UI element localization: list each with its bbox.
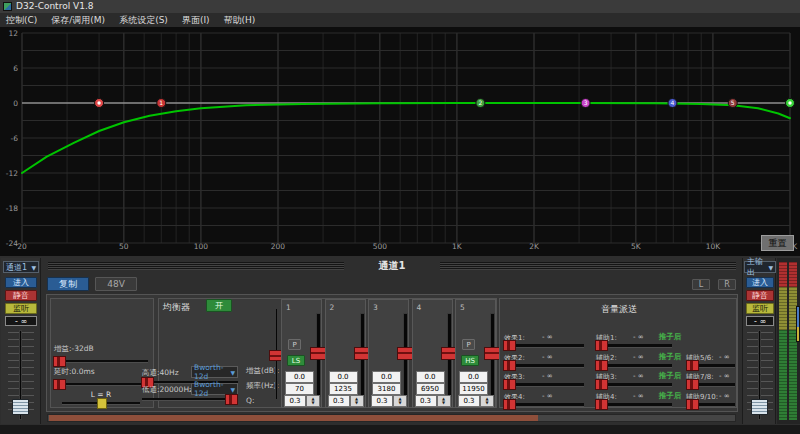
slider-handle[interactable]: [595, 399, 608, 410]
slider-handle[interactable]: [686, 360, 699, 371]
band-freq-field[interactable]: 6950: [416, 383, 445, 395]
band-q-spinner[interactable]: ▲ ▼: [393, 395, 407, 407]
main-enter-button[interactable]: 进入: [746, 277, 774, 288]
band-q-spinner[interactable]: ▲ ▼: [350, 395, 364, 407]
band-q-field[interactable]: 0.3: [415, 395, 437, 407]
aux-send-value: - ∞: [633, 333, 644, 341]
eq-point[interactable]: 1: [157, 99, 166, 108]
spinner-down-icon[interactable]: ▼: [355, 401, 358, 405]
slider-handle[interactable]: [595, 379, 608, 390]
eq-point[interactable]: 2: [476, 99, 485, 108]
monitor-button[interactable]: 监听: [5, 303, 37, 314]
eq-point[interactable]: 3: [581, 99, 590, 108]
spinner-down-icon[interactable]: ▼: [398, 401, 401, 405]
menu-interface[interactable]: 界面(I): [182, 14, 210, 27]
main-out-selector[interactable]: 主输出 ▼: [744, 261, 776, 273]
menu-help[interactable]: 帮助(H): [224, 14, 256, 27]
left-button[interactable]: L: [692, 279, 710, 290]
eq-point[interactable]: 5: [728, 99, 737, 108]
copy-button[interactable]: 复制: [47, 277, 89, 291]
band-peak-button[interactable]: P: [288, 339, 301, 350]
horizontal-scrollbar[interactable]: [47, 414, 736, 422]
menu-save-recall[interactable]: 保存/调用(M): [51, 14, 105, 27]
reset-button[interactable]: 重置: [761, 235, 794, 251]
mute-button[interactable]: 静音: [5, 290, 37, 301]
pan-slider-handle[interactable]: [97, 398, 107, 409]
aux2-send-slider[interactable]: [687, 364, 735, 368]
main-mute-button[interactable]: 静音: [746, 290, 774, 301]
band-q-spinner[interactable]: ▲ ▼: [306, 395, 320, 407]
slider-handle[interactable]: [503, 379, 516, 390]
main-fader-handle[interactable]: [751, 399, 768, 415]
aux-send-slider[interactable]: [596, 344, 672, 348]
slider-handle[interactable]: [595, 360, 608, 371]
band-gain-field[interactable]: 0.0: [459, 371, 488, 383]
gain-slider[interactable]: [54, 360, 148, 363]
aux2-send-slider[interactable]: [687, 383, 735, 387]
band-gain-field[interactable]: 0.0: [416, 371, 445, 383]
band-peak-button[interactable]: P: [462, 339, 475, 350]
enter-button[interactable]: 进入: [5, 277, 37, 288]
spinner-down-icon[interactable]: ▼: [485, 401, 488, 405]
slider-handle[interactable]: [686, 379, 699, 390]
pan-slider[interactable]: [62, 402, 140, 405]
band-gain-field[interactable]: 0.0: [372, 371, 401, 383]
delay-slider-handle[interactable]: [53, 379, 66, 390]
title-bar: D32-Control V1.8: [0, 0, 800, 13]
highpass-type-dropdown[interactable]: Bworth-12d ▼: [191, 366, 238, 378]
band-shelf-button[interactable]: HS: [461, 355, 479, 366]
band-freq-field[interactable]: 1235: [329, 383, 358, 395]
gain-slider-handle[interactable]: [53, 356, 66, 367]
lowpass-slider-handle[interactable]: [225, 394, 238, 405]
band-q-field[interactable]: 0.3: [458, 395, 480, 407]
slider-handle[interactable]: [686, 399, 699, 410]
eq-power-button[interactable]: 开: [206, 299, 232, 312]
fx-send-slider[interactable]: [504, 383, 584, 387]
post-fader-button[interactable]: 推子后: [656, 352, 684, 363]
mini-fader-indicator[interactable]: [796, 306, 800, 342]
band-q-field[interactable]: 0.3: [328, 395, 350, 407]
phantom-48v-button[interactable]: 48V: [95, 277, 137, 291]
post-fader-button[interactable]: 推子后: [656, 371, 684, 382]
fx-send-slider[interactable]: [504, 364, 584, 368]
fx-send-slider[interactable]: [504, 403, 584, 407]
band-q-field[interactable]: 0.3: [371, 395, 393, 407]
eq-point[interactable]: [786, 99, 795, 108]
aux-send-slider[interactable]: [596, 364, 672, 368]
band-q-spinner[interactable]: ▲ ▼: [437, 395, 451, 407]
slider-handle[interactable]: [503, 399, 516, 410]
menu-control[interactable]: 控制(C): [6, 14, 37, 27]
main-monitor-button[interactable]: 监听: [746, 303, 774, 314]
right-button[interactable]: R: [718, 279, 736, 290]
band-q-field[interactable]: 0.3: [284, 395, 306, 407]
lowpass-freq-slider[interactable]: [142, 398, 238, 401]
spinner-down-icon[interactable]: ▼: [442, 401, 445, 405]
channel-fader-handle[interactable]: [12, 399, 29, 415]
band-fader-handle[interactable]: [484, 347, 500, 360]
menu-system-settings[interactable]: 系统设定(S): [119, 14, 168, 27]
eq-point[interactable]: 4: [668, 99, 677, 108]
post-fader-button[interactable]: 推子后: [656, 332, 684, 343]
slider-handle[interactable]: [503, 360, 516, 371]
band-freq-field[interactable]: 70: [285, 383, 314, 395]
band-freq-field[interactable]: 11950: [459, 383, 488, 395]
slider-handle[interactable]: [595, 340, 608, 351]
delay-slider[interactable]: [54, 383, 148, 386]
band-q-spinner[interactable]: ▲ ▼: [480, 395, 494, 407]
aux-send-slider[interactable]: [596, 403, 672, 407]
eq-point[interactable]: [95, 99, 104, 108]
aux-send-slider[interactable]: [596, 383, 672, 387]
band-gain-field[interactable]: 0.0: [329, 371, 358, 383]
post-fader-button[interactable]: 推子后: [656, 391, 684, 402]
eq-curve-chart[interactable]: 20501002005001K2K5K10K20K1260-6-12-18-24…: [0, 27, 800, 256]
slider-handle[interactable]: [503, 340, 516, 351]
spinner-down-icon[interactable]: ▼: [311, 401, 314, 405]
header-groove-right: [440, 262, 736, 270]
scrollbar-thumb[interactable]: [49, 415, 538, 421]
fx-send-slider[interactable]: [504, 344, 584, 348]
band-gain-field[interactable]: 0.0: [285, 371, 314, 383]
aux2-send-slider[interactable]: [687, 403, 735, 407]
band-shelf-button[interactable]: LS: [287, 355, 305, 366]
band-freq-field[interactable]: 3180: [372, 383, 401, 395]
channel-selector[interactable]: 通道1 ▼: [3, 261, 39, 273]
